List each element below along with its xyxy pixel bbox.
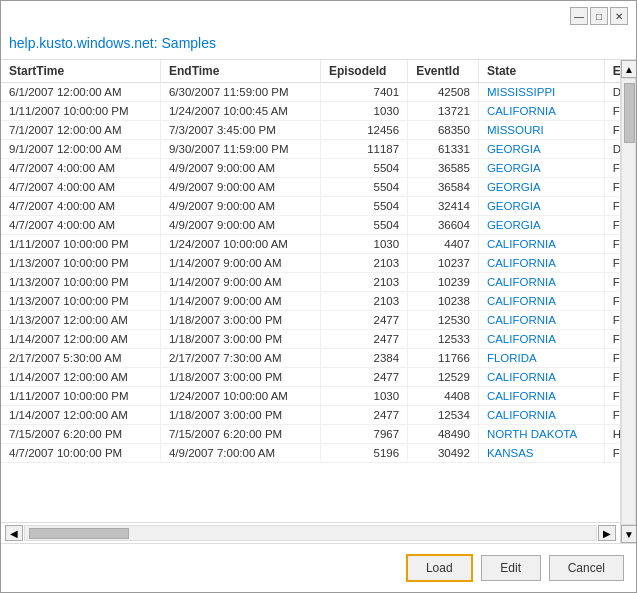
scroll-left-button[interactable]: ◀	[5, 525, 23, 541]
load-button[interactable]: Load	[406, 554, 473, 582]
horizontal-scrollbar: ◀ ▶	[1, 522, 620, 543]
close-button[interactable]: ✕	[610, 7, 628, 25]
table-cell: Frost/Freeze	[604, 102, 620, 121]
col-endtime: EndTime	[160, 60, 320, 83]
table-cell: CALIFORNIA	[478, 273, 604, 292]
col-eventid: EventId	[408, 60, 479, 83]
col-state: State	[478, 60, 604, 83]
table-row: 7/15/2007 6:20:00 PM7/15/2007 6:20:00 PM…	[1, 425, 620, 444]
table-cell: 4/7/2007 4:00:00 AM	[1, 197, 160, 216]
table-cell: FLORIDA	[478, 349, 604, 368]
table-scroll-area: StartTime EndTime EpisodeId EventId Stat…	[1, 60, 620, 543]
table-cell: 1030	[321, 235, 408, 254]
table-cell: 12533	[408, 330, 479, 349]
table-cell: 1/11/2007 10:00:00 PM	[1, 235, 160, 254]
table-row: 4/7/2007 10:00:00 PM4/9/2007 7:00:00 AM5…	[1, 444, 620, 463]
table-cell: 11766	[408, 349, 479, 368]
table-cell: 1/13/2007 12:00:00 AM	[1, 311, 160, 330]
table-cell: 2477	[321, 311, 408, 330]
table-row: 1/13/2007 10:00:00 PM1/14/2007 9:00:00 A…	[1, 292, 620, 311]
table-cell: Frost/Freeze	[604, 216, 620, 235]
table-cell: Frost/Freeze	[604, 273, 620, 292]
table-cell: Drought	[604, 83, 620, 102]
table-cell: Frost/Freeze	[604, 235, 620, 254]
table-container[interactable]: StartTime EndTime EpisodeId EventId Stat…	[1, 60, 620, 522]
table-cell: 2477	[321, 406, 408, 425]
scroll-right-button[interactable]: ▶	[598, 525, 616, 541]
scroll-up-button[interactable]: ▲	[621, 60, 636, 78]
table-row: 1/13/2007 10:00:00 PM1/14/2007 9:00:00 A…	[1, 273, 620, 292]
v-scroll-track[interactable]	[621, 78, 636, 525]
table-cell: 1030	[321, 102, 408, 121]
table-cell: Flood	[604, 121, 620, 140]
table-cell: 11187	[321, 140, 408, 159]
table-cell: 1030	[321, 387, 408, 406]
table-row: 1/13/2007 12:00:00 AM1/18/2007 3:00:00 P…	[1, 311, 620, 330]
table-cell: 30492	[408, 444, 479, 463]
table-cell: Frost/Freeze	[604, 444, 620, 463]
table-cell: CALIFORNIA	[478, 387, 604, 406]
table-cell: 4/9/2007 9:00:00 AM	[160, 197, 320, 216]
table-cell: 1/18/2007 3:00:00 PM	[160, 368, 320, 387]
table-row: 2/17/2007 5:30:00 AM2/17/2007 7:30:00 AM…	[1, 349, 620, 368]
table-row: 9/1/2007 12:00:00 AM9/30/2007 11:59:00 P…	[1, 140, 620, 159]
table-cell: CALIFORNIA	[478, 406, 604, 425]
table-cell: GEORGIA	[478, 216, 604, 235]
table-row: 4/7/2007 4:00:00 AM4/9/2007 9:00:00 AM55…	[1, 197, 620, 216]
table-cell: 1/13/2007 10:00:00 PM	[1, 292, 160, 311]
title-bar-buttons: — □ ✕	[570, 7, 628, 25]
table-cell: GEORGIA	[478, 159, 604, 178]
table-cell: 2477	[321, 368, 408, 387]
scroll-thumb[interactable]	[29, 528, 129, 539]
table-cell: Frost/Freeze	[604, 197, 620, 216]
table-cell: 1/14/2007 12:00:00 AM	[1, 368, 160, 387]
table-cell: 1/24/2007 10:00:45 AM	[160, 102, 320, 121]
maximize-button[interactable]: □	[590, 7, 608, 25]
scroll-track[interactable]	[24, 525, 597, 541]
table-cell: Frost/Freeze	[604, 254, 620, 273]
table-cell: MISSOURI	[478, 121, 604, 140]
minimize-button[interactable]: —	[570, 7, 588, 25]
table-cell: 68350	[408, 121, 479, 140]
col-starttime: StartTime	[1, 60, 160, 83]
scroll-down-button[interactable]: ▼	[621, 525, 636, 543]
table-cell: Frost/Freeze	[604, 349, 620, 368]
table-cell: 1/13/2007 10:00:00 PM	[1, 254, 160, 273]
table-cell: 4/9/2007 9:00:00 AM	[160, 216, 320, 235]
table-cell: CALIFORNIA	[478, 292, 604, 311]
table-cell: Hail	[604, 425, 620, 444]
table-cell: Frost/Freeze	[604, 311, 620, 330]
table-cell: CALIFORNIA	[478, 254, 604, 273]
table-cell: Frost/Freeze	[604, 292, 620, 311]
cancel-button[interactable]: Cancel	[549, 555, 624, 581]
table-cell: 10239	[408, 273, 479, 292]
table-cell: 1/14/2007 12:00:00 AM	[1, 330, 160, 349]
table-cell: 2103	[321, 254, 408, 273]
table-cell: MISSISSIPPI	[478, 83, 604, 102]
table-cell: CALIFORNIA	[478, 102, 604, 121]
edit-button[interactable]: Edit	[481, 555, 541, 581]
v-scroll-thumb[interactable]	[624, 83, 635, 143]
table-cell: 4/9/2007 7:00:00 AM	[160, 444, 320, 463]
table-cell: GEORGIA	[478, 178, 604, 197]
table-cell: CALIFORNIA	[478, 311, 604, 330]
table-cell: 7/15/2007 6:20:00 PM	[1, 425, 160, 444]
table-cell: 61331	[408, 140, 479, 159]
table-cell: 4407	[408, 235, 479, 254]
window-title: help.kusto.windows.net: Samples	[1, 31, 636, 60]
table-cell: 10238	[408, 292, 479, 311]
table-cell: 7401	[321, 83, 408, 102]
table-cell: 1/24/2007 10:00:00 AM	[160, 235, 320, 254]
main-window: — □ ✕ help.kusto.windows.net: Samples St…	[0, 0, 637, 593]
table-cell: 5504	[321, 197, 408, 216]
table-cell: 48490	[408, 425, 479, 444]
table-cell: 12530	[408, 311, 479, 330]
table-cell: 36584	[408, 178, 479, 197]
data-table: StartTime EndTime EpisodeId EventId Stat…	[1, 60, 620, 463]
table-cell: 13721	[408, 102, 479, 121]
table-cell: 36604	[408, 216, 479, 235]
table-cell: NORTH DAKOTA	[478, 425, 604, 444]
footer: Load Edit Cancel	[1, 543, 636, 592]
table-cell: 1/24/2007 10:00:00 AM	[160, 387, 320, 406]
vertical-scrollbar: ▲ ▼	[620, 60, 636, 543]
